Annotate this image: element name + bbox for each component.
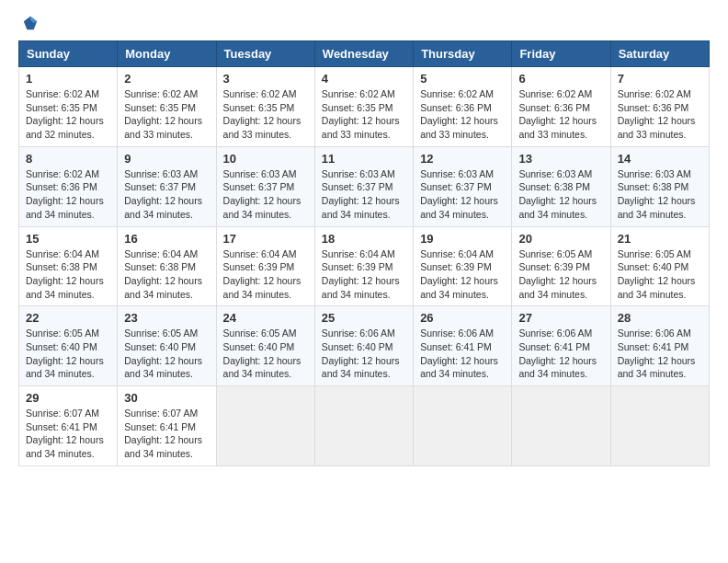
- cell-content: Sunrise: 6:03 AM Sunset: 6:37 PM Dayligh…: [420, 167, 505, 222]
- week-row-3: 15 Sunrise: 6:04 AM Sunset: 6:38 PM Dayl…: [19, 226, 710, 306]
- cell-content: Sunrise: 6:02 AM Sunset: 6:36 PM Dayligh…: [420, 87, 505, 142]
- daylight-label: Daylight: 12 hours and 34 minutes.: [420, 195, 498, 220]
- sunrise-label: Sunrise: 6:05 AM: [223, 327, 297, 339]
- week-row-2: 8 Sunrise: 6:02 AM Sunset: 6:36 PM Dayli…: [19, 146, 710, 226]
- calendar-cell: 10 Sunrise: 6:03 AM Sunset: 6:37 PM Dayl…: [216, 146, 314, 226]
- sunset-label: Sunset: 6:38 PM: [26, 261, 97, 272]
- sunrise-label: Sunrise: 6:04 AM: [124, 248, 198, 259]
- daylight-label: Daylight: 12 hours and 34 minutes.: [322, 275, 400, 300]
- sunset-label: Sunset: 6:38 PM: [618, 181, 689, 192]
- sunrise-label: Sunrise: 6:06 AM: [322, 327, 395, 339]
- calendar-cell: [216, 386, 314, 466]
- day-number: 10: [223, 152, 308, 166]
- sunset-label: Sunset: 6:40 PM: [124, 341, 196, 352]
- cell-content: Sunrise: 6:05 AM Sunset: 6:40 PM Dayligh…: [124, 327, 209, 381]
- daylight-label: Daylight: 12 hours and 33 minutes.: [618, 115, 696, 140]
- sunrise-label: Sunrise: 6:04 AM: [223, 248, 297, 259]
- sunset-label: Sunset: 6:41 PM: [518, 341, 590, 352]
- calendar-cell: 3 Sunrise: 6:02 AM Sunset: 6:35 PM Dayli…: [216, 67, 314, 147]
- calendar-cell: 26 Sunrise: 6:06 AM Sunset: 6:41 PM Dayl…: [414, 306, 512, 386]
- sunset-label: Sunset: 6:37 PM: [420, 181, 492, 192]
- calendar-cell: 11 Sunrise: 6:03 AM Sunset: 6:37 PM Dayl…: [314, 146, 413, 226]
- sunrise-label: Sunrise: 6:03 AM: [223, 168, 297, 179]
- sunset-label: Sunset: 6:41 PM: [420, 341, 492, 352]
- cell-content: Sunrise: 6:02 AM Sunset: 6:36 PM Dayligh…: [618, 87, 702, 142]
- sunset-label: Sunset: 6:41 PM: [26, 421, 97, 432]
- day-number: 9: [124, 152, 209, 166]
- calendar-cell: 15 Sunrise: 6:04 AM Sunset: 6:38 PM Dayl…: [19, 226, 118, 306]
- sunrise-label: Sunrise: 6:02 AM: [223, 88, 297, 99]
- sunrise-label: Sunrise: 6:03 AM: [518, 168, 592, 179]
- day-number: 19: [420, 232, 505, 246]
- daylight-label: Daylight: 12 hours and 33 minutes.: [322, 115, 400, 140]
- calendar-table: SundayMondayTuesdayWednesdayThursdayFrid…: [18, 40, 710, 466]
- calendar-cell: 6 Sunrise: 6:02 AM Sunset: 6:36 PM Dayli…: [512, 67, 610, 147]
- cell-content: Sunrise: 6:05 AM Sunset: 6:40 PM Dayligh…: [26, 327, 110, 381]
- cell-content: Sunrise: 6:05 AM Sunset: 6:40 PM Dayligh…: [618, 247, 702, 302]
- sunset-label: Sunset: 6:39 PM: [518, 261, 590, 272]
- day-number: 8: [26, 152, 110, 166]
- cell-content: Sunrise: 6:05 AM Sunset: 6:40 PM Dayligh…: [223, 327, 308, 381]
- sunset-label: Sunset: 6:35 PM: [322, 102, 393, 113]
- day-number: 14: [618, 152, 702, 166]
- sunset-label: Sunset: 6:41 PM: [618, 341, 689, 352]
- cell-content: Sunrise: 6:03 AM Sunset: 6:38 PM Dayligh…: [518, 167, 603, 222]
- calendar-cell: 8 Sunrise: 6:02 AM Sunset: 6:36 PM Dayli…: [19, 146, 118, 226]
- day-number: 16: [124, 232, 209, 246]
- day-number: 27: [518, 311, 603, 325]
- daylight-label: Daylight: 12 hours and 34 minutes.: [26, 434, 104, 459]
- sunset-label: Sunset: 6:36 PM: [420, 102, 492, 113]
- calendar-cell: 25 Sunrise: 6:06 AM Sunset: 6:40 PM Dayl…: [314, 306, 413, 386]
- daylight-label: Daylight: 12 hours and 34 minutes.: [124, 195, 202, 220]
- cell-content: Sunrise: 6:06 AM Sunset: 6:41 PM Dayligh…: [420, 327, 505, 381]
- day-header-tuesday: Tuesday: [216, 41, 314, 67]
- sunset-label: Sunset: 6:35 PM: [223, 102, 295, 113]
- sunrise-label: Sunrise: 6:02 AM: [618, 88, 691, 99]
- day-number: 26: [420, 311, 505, 325]
- daylight-label: Daylight: 12 hours and 34 minutes.: [618, 195, 696, 220]
- sunset-label: Sunset: 6:38 PM: [124, 261, 196, 272]
- cell-content: Sunrise: 6:05 AM Sunset: 6:39 PM Dayligh…: [518, 247, 603, 302]
- sunrise-label: Sunrise: 6:03 AM: [420, 168, 494, 179]
- cell-content: Sunrise: 6:03 AM Sunset: 6:38 PM Dayligh…: [618, 167, 702, 222]
- daylight-label: Daylight: 12 hours and 34 minutes.: [124, 275, 202, 300]
- daylight-label: Daylight: 12 hours and 34 minutes.: [26, 355, 104, 380]
- calendar-cell: 17 Sunrise: 6:04 AM Sunset: 6:39 PM Dayl…: [216, 226, 314, 306]
- daylight-label: Daylight: 12 hours and 34 minutes.: [124, 355, 202, 380]
- sunrise-label: Sunrise: 6:05 AM: [518, 248, 592, 259]
- day-number: 30: [124, 391, 209, 405]
- daylight-label: Daylight: 12 hours and 33 minutes.: [124, 115, 202, 140]
- sunset-label: Sunset: 6:40 PM: [618, 261, 689, 272]
- cell-content: Sunrise: 6:04 AM Sunset: 6:38 PM Dayligh…: [26, 247, 110, 302]
- sunrise-label: Sunrise: 6:02 AM: [322, 88, 395, 99]
- sunset-label: Sunset: 6:38 PM: [518, 181, 590, 192]
- calendar-cell: [414, 386, 512, 466]
- daylight-label: Daylight: 12 hours and 34 minutes.: [618, 355, 696, 380]
- day-number: 13: [518, 152, 603, 166]
- sunrise-label: Sunrise: 6:02 AM: [26, 168, 99, 179]
- day-header-saturday: Saturday: [610, 41, 709, 67]
- calendar-cell: [314, 386, 413, 466]
- sunset-label: Sunset: 6:37 PM: [124, 181, 196, 192]
- daylight-label: Daylight: 12 hours and 34 minutes.: [518, 195, 597, 220]
- daylight-label: Daylight: 12 hours and 34 minutes.: [518, 355, 597, 380]
- day-number: 1: [26, 72, 110, 86]
- daylight-label: Daylight: 12 hours and 34 minutes.: [518, 275, 597, 300]
- day-number: 5: [420, 72, 505, 86]
- day-number: 24: [223, 311, 308, 325]
- calendar-cell: 16 Sunrise: 6:04 AM Sunset: 6:38 PM Dayl…: [118, 226, 216, 306]
- sunrise-label: Sunrise: 6:04 AM: [420, 248, 494, 259]
- cell-content: Sunrise: 6:02 AM Sunset: 6:35 PM Dayligh…: [223, 87, 308, 142]
- sunrise-label: Sunrise: 6:06 AM: [518, 327, 592, 339]
- cell-content: Sunrise: 6:07 AM Sunset: 6:41 PM Dayligh…: [26, 407, 110, 461]
- sunrise-label: Sunrise: 6:05 AM: [124, 327, 198, 339]
- day-number: 21: [618, 232, 702, 246]
- cell-content: Sunrise: 6:04 AM Sunset: 6:39 PM Dayligh…: [420, 247, 505, 302]
- week-row-1: 1 Sunrise: 6:02 AM Sunset: 6:35 PM Dayli…: [19, 67, 710, 147]
- sunrise-label: Sunrise: 6:06 AM: [618, 327, 691, 339]
- cell-content: Sunrise: 6:03 AM Sunset: 6:37 PM Dayligh…: [223, 167, 308, 222]
- day-number: 3: [223, 72, 308, 86]
- sunset-label: Sunset: 6:40 PM: [223, 341, 295, 352]
- calendar-cell: 5 Sunrise: 6:02 AM Sunset: 6:36 PM Dayli…: [414, 67, 512, 147]
- sunrise-label: Sunrise: 6:04 AM: [26, 248, 99, 259]
